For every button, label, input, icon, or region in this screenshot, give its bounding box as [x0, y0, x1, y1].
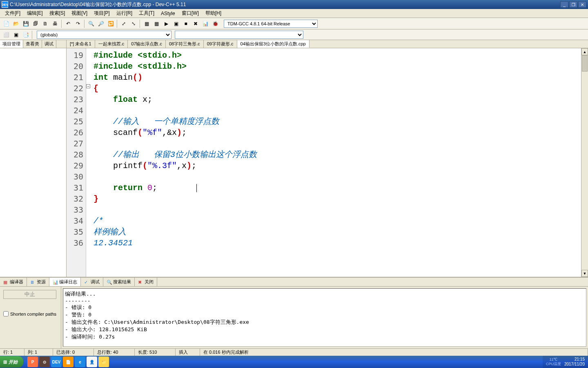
toolbar-button-7[interactable]: ↶ [64, 19, 73, 28]
toolbar-button-17[interactable]: ▦ [142, 19, 151, 28]
editor-tab-2[interactable]: 07输出浮点数.c [128, 40, 166, 48]
menu-7[interactable]: AStyle [158, 10, 178, 17]
menu-2[interactable]: 搜索[S] [46, 9, 69, 18]
minimize-button[interactable]: _ [560, 1, 568, 8]
clock-time: 21:15 [564, 357, 585, 362]
taskbar-app-3[interactable]: 📄 [63, 357, 74, 367]
bottom-tabs: ▦编译器🗎资源📊编译日志✓调试🔍搜索结果✖关闭 [0, 278, 588, 287]
editor-tab-0[interactable]: [*] 未命名1 [67, 40, 95, 48]
bottom-tab-label: 编译日志 [59, 279, 77, 285]
window-buttons: _ ❐ ✕ [560, 1, 586, 8]
main-toolbar: 📄📂💾🗐🗎🖶↶↷🔍🔎🔁⤢⤡▦▦▶▣■✖📊🐞TDM-GCC 4.8.1 64-bi… [0, 18, 588, 29]
editor-tab-5[interactable]: 04输出保留3位小数的浮点数.cpp [237, 40, 310, 48]
toolbar-button-24[interactable]: 🐞 [211, 19, 220, 28]
menu-5[interactable]: 运行[R] [113, 9, 136, 18]
toolbar-button-5[interactable]: 🖶 [51, 19, 60, 28]
editor-body[interactable]: 19 20 21 22 23 24 25 26 27 28 29 30 31 3… [67, 48, 588, 277]
scroll-thumb[interactable] [582, 55, 588, 72]
window-title: C:\Users\Administrator\Desktop\04输出保留3位小… [10, 1, 560, 8]
taskbar-app-4[interactable]: e [75, 357, 85, 367]
compile-output[interactable]: 编译结果... -------- - 错误: 0 - 警告: 0 - 输出文件名… [63, 288, 586, 347]
bottom-tab-icon: ▦ [3, 280, 8, 285]
toolbar-button-11[interactable]: 🔎 [96, 19, 105, 28]
globals-select[interactable]: (globals) [37, 31, 172, 39]
toolbar-button-15[interactable]: ⤡ [129, 19, 138, 28]
menu-8[interactable]: 窗口[W] [178, 9, 202, 18]
sidebar-tabs: 项目管理查看类调试 [0, 40, 66, 48]
menu-6[interactable]: 工具[T] [136, 9, 158, 18]
bottom-tab-0[interactable]: ▦编译器 [0, 278, 27, 286]
maximize-button[interactable]: ❐ [569, 1, 577, 8]
menu-4[interactable]: 项目[P] [91, 9, 113, 18]
toolbar-button-4[interactable]: 🗎 [41, 19, 50, 28]
toolbar-button-10[interactable]: 🔍 [87, 19, 96, 28]
debug-watch-icon[interactable]: ▣ [11, 30, 20, 39]
bottom-tab-label: 搜索结果 [113, 279, 131, 285]
toolbar-button-18[interactable]: ▦ [152, 19, 161, 28]
toolbar-button-2[interactable]: 💾 [21, 19, 30, 28]
sidebar-tab-2[interactable]: 调试 [42, 40, 56, 48]
close-button[interactable]: ✕ [578, 1, 586, 8]
toolbar-button-22[interactable]: ✖ [191, 19, 200, 28]
toolbar-button-23[interactable]: 📊 [201, 19, 210, 28]
toolbar-button-20[interactable]: ▣ [172, 19, 180, 28]
bookmark-icon[interactable]: 📑 [21, 30, 30, 39]
sidebar-content [0, 48, 66, 277]
editor-tab-3[interactable]: 08字符三角形.c [166, 40, 204, 48]
start-button[interactable]: ⊞ 开始 [0, 356, 23, 368]
fold-marker[interactable]: − [86, 84, 90, 88]
taskbar-app-2[interactable]: DEV [51, 357, 62, 367]
bottom-tab-icon: ✓ [84, 280, 89, 285]
taskbar-app-5[interactable]: 👤 [87, 357, 97, 367]
bottom-tab-1[interactable]: 🗎资源 [27, 278, 49, 286]
editor-tabs: [*] 未命名1一起来找茬.c07输出浮点数.c08字符三角形.c09字符菱形.… [67, 40, 588, 48]
compiler-select[interactable]: TDM-GCC 4.8.1 64-bit Release [224, 20, 318, 28]
shorten-paths-checkbox[interactable] [3, 311, 9, 316]
stop-button[interactable]: 中止 [3, 290, 56, 299]
bottom-tab-5[interactable]: ✖关闭 [135, 278, 157, 286]
status-length: 长度: 510 [135, 349, 176, 356]
bottom-tab-label: 关闭 [145, 279, 154, 285]
toolbar-button-14[interactable]: ⤢ [119, 19, 128, 28]
taskbar-app-1[interactable]: ⊙ [39, 357, 50, 367]
menu-9[interactable]: 帮助[H] [202, 9, 225, 18]
scroll-up-icon[interactable]: ▲ [581, 48, 588, 55]
bottom-tab-3[interactable]: ✓调试 [81, 278, 103, 286]
bottom-tab-4[interactable]: 🔍搜索结果 [103, 278, 135, 286]
compile-controls: 中止 Shorten compiler paths [0, 287, 61, 348]
bottom-tab-icon: 📊 [53, 280, 58, 285]
fold-column: − [86, 48, 91, 277]
toolbar-button-0[interactable]: 📄 [2, 19, 11, 28]
function-select[interactable] [175, 31, 303, 39]
sidebar-tab-0[interactable]: 项目管理 [0, 40, 23, 48]
start-label: 开始 [9, 359, 18, 365]
clock[interactable]: 21:15 2017/11/20 [564, 357, 585, 367]
menu-3[interactable]: 视图[V] [68, 9, 91, 18]
toolbar-button-8[interactable]: ↷ [74, 19, 82, 28]
toolbar-button-3[interactable]: 🗐 [31, 19, 40, 28]
toolbar-button-21[interactable]: ■ [181, 19, 190, 28]
toolbar-button-19[interactable]: ▶ [162, 19, 171, 28]
editor-tab-1[interactable]: 一起来找茬.c [95, 40, 128, 48]
scroll-down-icon[interactable]: ▼ [581, 270, 588, 277]
editor-tab-4[interactable]: 09字符菱形.c [204, 40, 237, 48]
line-gutter: 19 20 21 22 23 24 25 26 27 28 29 30 31 3… [67, 48, 86, 277]
bottom-tab-label: 资源 [37, 279, 46, 285]
toolbar-button-12[interactable]: 🔁 [106, 19, 115, 28]
statusbar: 行: 1 列: 1 已选择: 0 总行数: 40 长度: 510 插入 在 0.… [0, 348, 588, 356]
menu-1[interactable]: 编辑[E] [24, 9, 46, 18]
sidebar-tab-1[interactable]: 查看类 [23, 40, 42, 48]
bottom-tab-label: 编译器 [10, 279, 23, 285]
system-tray: 11℃ CPU温度 21:15 2017/11/20 [543, 356, 588, 368]
bottom-tab-2[interactable]: 📊编译日志 [49, 278, 81, 286]
debug-windows-icon[interactable]: ⬜ [2, 30, 11, 39]
menu-0[interactable]: 文件[F] [2, 9, 24, 18]
separator [61, 20, 62, 28]
titlebar: DEV C:\Users\Administrator\Desktop\04输出保… [0, 0, 588, 9]
vertical-scrollbar[interactable]: ▲ ▼ [581, 48, 588, 277]
code-content[interactable]: #include <stdio.h> #include <stdlib.h> i… [91, 48, 588, 277]
toolbar-button-1[interactable]: 📂 [11, 19, 20, 28]
bottom-tab-icon: ✖ [138, 280, 143, 285]
taskbar-app-0[interactable]: P [27, 357, 38, 367]
taskbar-app-6[interactable]: 📁 [98, 357, 109, 367]
